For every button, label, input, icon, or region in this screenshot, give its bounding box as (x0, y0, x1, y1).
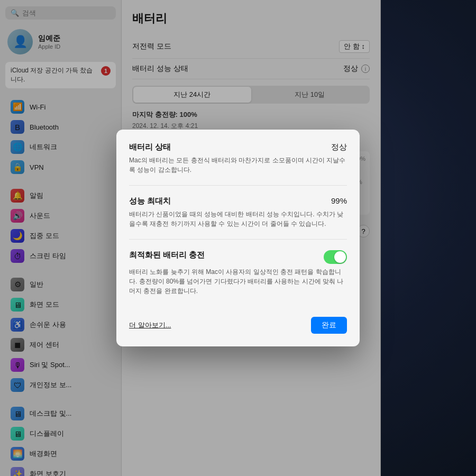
battery-info-modal: 배터리 상태 정상 Mac의 배터리는 모든 충전식 배터리와 마찬가지로 소모… (116, 130, 360, 346)
done-button[interactable]: 완료 (311, 317, 347, 334)
modal-overlay: 배터리 상태 정상 Mac의 배터리는 모든 충전식 배터리와 마찬가지로 소모… (0, 0, 476, 476)
optimized-charging-toggle[interactable] (324, 250, 347, 264)
modal-optimized-charging-title: 최적화된 배터리 충전 (129, 250, 205, 260)
toggle-knob (334, 251, 346, 263)
modal-battery-status-title: 배터리 상태 (129, 142, 171, 152)
learn-more-button[interactable]: 더 알아보기... (129, 321, 171, 330)
modal-optimized-charging-header: 최적화된 배터리 충전 (129, 250, 347, 264)
modal-peak-performance-value: 99% (331, 196, 347, 205)
modal-optimized-charging-section: 최적화된 배터리 충전 배터리 노화를 늦추기 위해 Mac이 사용자의 일상적… (129, 250, 347, 306)
modal-optimized-charging-desc: 배터리 노화를 늦추기 위해 Mac이 사용자의 일상적인 충전 패턴을 학습합… (129, 267, 347, 296)
modal-peak-performance-desc: 배터리가 신품이었을 때의 성능에 대비한 배터리 성능 수치입니다. 수치가 … (129, 209, 347, 228)
modal-battery-status-section: 배터리 상태 정상 Mac의 배터리는 모든 충전식 배터리와 마찬가지로 소모… (129, 142, 347, 186)
modal-battery-status-header: 배터리 상태 정상 (129, 142, 347, 152)
modal-peak-performance-title: 성능 최대치 (129, 196, 171, 206)
modal-peak-performance-section: 성능 최대치 99% 배터리가 신품이었을 때의 성능에 대비한 배터리 성능 … (129, 196, 347, 240)
modal-battery-status-value: 정상 (331, 142, 347, 152)
modal-peak-performance-header: 성능 최대치 99% (129, 196, 347, 206)
modal-battery-status-desc: Mac의 배터리는 모든 충전식 배터리와 마찬가지로 소모품이며 시간이 지날… (129, 155, 347, 175)
modal-footer: 더 알아보기... 완료 (129, 317, 347, 334)
